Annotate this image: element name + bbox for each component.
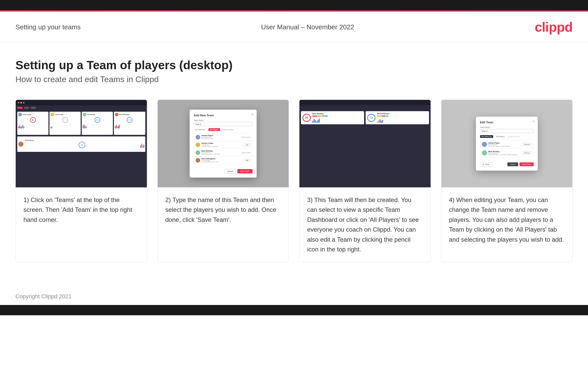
edit-player-avatar-2 (482, 150, 487, 155)
modal-player-avatar-2 (196, 143, 200, 147)
ss4-edit-bg: Edit Team × Team Name * Team A My Team (… (441, 100, 573, 187)
edit-footer-right: Cancel Save Team (507, 162, 534, 166)
edit-modal-name-input[interactable]: Team A (480, 129, 534, 133)
ss1-player-header-2: Adrian Coliba (51, 113, 80, 116)
modal-player-list: Adrian Player Plus HandicapThe Shire Lon… (194, 133, 253, 164)
edit-team-modal: Edit Team × Team Name * Team A My Team (… (476, 117, 538, 171)
ss3-player-1: 94 Blair McHarg (301, 111, 364, 124)
edit-player-avatar-1 (482, 142, 487, 147)
ss1-bars-4 (115, 123, 144, 128)
modal-save-button[interactable]: Save Team (237, 169, 253, 173)
edit-modal-tabs: My Team (2) All Players Filter by name (480, 135, 534, 138)
modal-player-info-2: Adrian Coliba 1 HandicapCentral London G… (201, 142, 242, 147)
ss3-body: 94 Blair McHarg (299, 110, 431, 126)
modal-add-player-4-button[interactable]: Add (243, 159, 251, 162)
ss1-topbar (16, 100, 147, 106)
card-1: Adrian Coliba 84 (15, 100, 147, 262)
ss1-avatar-2 (51, 113, 54, 116)
edit-delete-button[interactable]: 🗑 Delete (480, 162, 492, 167)
card-4: Edit Team × Team Name * Team A My Team (… (441, 100, 573, 262)
modal-player-item-4: Dave Billingham 1.5 HandicapThe Ding May… (194, 156, 252, 164)
modal-add-player-2-button[interactable]: Add (243, 143, 251, 146)
card-1-text: 1) Click on 'Teams' at the top of the sc… (16, 187, 147, 232)
ss1-player-header-3: Blair McHarg (83, 113, 112, 116)
modal-player-avatar-3 (196, 150, 200, 155)
edit-player-info-1: Adrian Player Plus HandicapThe Shire Lon… (488, 142, 521, 147)
ss1-player-header-1: Adrian Coliba (18, 113, 47, 116)
modal-filter-check[interactable] (222, 129, 223, 130)
modal-player-item-2: Adrian Coliba 1 HandicapCentral London G… (194, 141, 252, 149)
modal-tab-my-team[interactable]: My Team (2) (194, 128, 207, 131)
ss1-bars-2 (51, 123, 80, 128)
edit-modal-close[interactable]: × (533, 119, 535, 123)
modal-add-close[interactable]: × (251, 112, 254, 116)
ss1-player-header-4: Dave Billingham (115, 113, 144, 116)
modal-player-avatar-1 (196, 135, 200, 139)
ss1-player-card-3: Blair McHarg 94 (82, 112, 113, 135)
card-1-screenshot: Adrian Coliba 84 (16, 100, 147, 187)
modal-player-info-4: Dave Billingham 1.5 HandicapThe Ding May… (201, 158, 242, 163)
ss1-bars-3 (83, 123, 112, 128)
header: Setting up your teams User Manual – Nove… (0, 12, 588, 43)
card-3-screenshot: 94 Blair McHarg (299, 100, 431, 187)
bottom-bar (0, 305, 588, 315)
ss3-nav (299, 105, 431, 110)
ss3-player-details-2: Richard Butler (377, 113, 427, 123)
card-4-screenshot: Edit Team × Team Name * Team A My Team (… (441, 100, 573, 187)
edit-remove-player-1-button[interactable]: Remove (522, 143, 532, 146)
ss3-team-view: 94 Blair McHarg (299, 100, 431, 187)
cards-grid: Adrian Coliba 84 (15, 100, 573, 262)
edit-modal-title: Edit Team (480, 121, 534, 124)
card-3: 94 Blair McHarg (299, 100, 431, 262)
ss2-modal-bg: Add New Team × Team Name * Team A My Tea… (158, 100, 289, 187)
page-subtitle: How to create and edit Teams in Clippd (15, 75, 573, 84)
ss1-bars-1 (18, 123, 47, 128)
ss1-player-card-1: Adrian Coliba 84 (17, 112, 48, 135)
edit-player-list: Adrian Player Plus HandicapThe Shire Lon… (480, 140, 534, 157)
ss1-nav-inactive-1 (24, 107, 29, 109)
ss1-body: Adrian Coliba 84 (16, 110, 147, 136)
ss1-dashboard: Adrian Coliba 84 (16, 100, 147, 187)
modal-cancel-button[interactable]: Cancel (224, 169, 236, 173)
ss1-bottom-area: Richard Butler 72 (16, 136, 147, 152)
ss1-avatar-1 (18, 113, 22, 116)
edit-tab-all-players[interactable]: All Players (495, 135, 506, 138)
ss1-score-2: 0 (62, 117, 68, 123)
trash-icon: 🗑 (482, 163, 484, 165)
edit-save-button[interactable]: Save Team (519, 162, 534, 166)
modal-player-item-1: Adrian Player Plus HandicapThe Shire Lon… (194, 133, 252, 141)
modal-tab-all-players[interactable]: All Players (208, 128, 220, 131)
ss1-bottom-avatar (18, 142, 23, 147)
edit-cancel-button[interactable]: Cancel (507, 162, 518, 166)
modal-filter: Filter by name (222, 129, 233, 130)
add-team-modal: Add New Team × Team Name * Team A My Tea… (190, 110, 257, 178)
ss1-score-4: 78 (127, 117, 132, 123)
main-content: Setting up a Team of players (desktop) H… (0, 43, 588, 288)
edit-player-info-2: Blair McHarg Plus HandicapRoyal North De… (488, 151, 521, 155)
logo: clippd (535, 19, 573, 35)
ss1-bottom-card: Richard Butler 72 (17, 136, 145, 152)
modal-add-name-label: Team Name * (194, 119, 253, 121)
copyright-text: Copyright Clippd 2021 (15, 293, 72, 300)
ss1-dot-yellow (20, 102, 22, 103)
ss3-player-2: 72 Richard Butler (366, 111, 429, 124)
modal-add-tabs: My Team (2) All Players Filter by name (194, 128, 253, 131)
edit-remove-player-2-button[interactable]: Remove (522, 151, 532, 154)
modal-player-avatar-4 (196, 158, 200, 163)
ss1-dot-red (18, 102, 19, 103)
edit-tab-my-team[interactable]: My Team (2) (480, 135, 493, 138)
modal-add-name-input[interactable]: Team A (194, 122, 253, 126)
ss3-score-1: 94 (303, 114, 311, 122)
modal-footer: Cancel Save Team (194, 167, 253, 173)
ss1-dot-green (23, 102, 24, 103)
modal-player-info-1: Adrian Player Plus HandicapThe Shire Lon… (201, 135, 240, 139)
card-2: Add New Team × Team Name * Team A My Tea… (157, 100, 289, 262)
ss1-score-3: 94 (95, 117, 100, 123)
modal-add-title: Add New Team (194, 114, 253, 117)
top-bar (0, 0, 588, 10)
ss1-avatar-3 (83, 113, 86, 116)
ss1-nav-inactive-2 (31, 107, 36, 109)
header-left-text: Setting up your teams (15, 23, 81, 31)
edit-modal-footer: 🗑 Delete Cancel Save Team (480, 160, 534, 167)
ss1-player-card-2: Adrian Coliba 0 (49, 112, 81, 135)
